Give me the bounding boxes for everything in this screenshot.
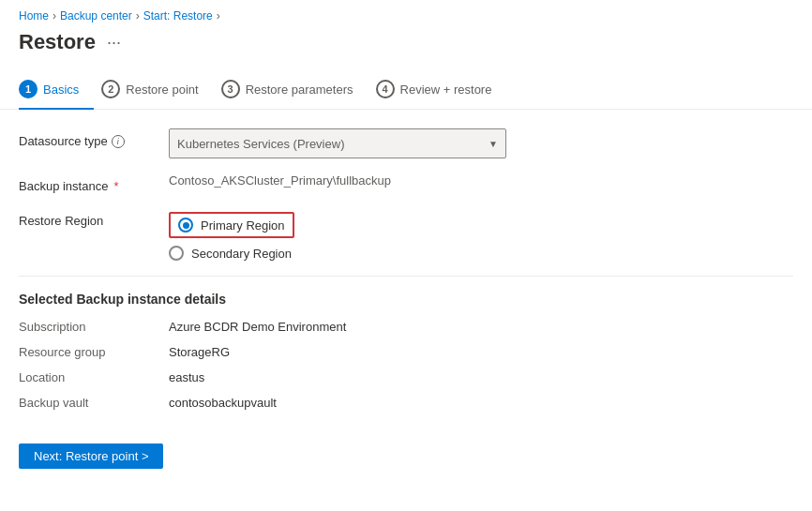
tab-restore-parameters-label: Restore parameters [246,83,353,97]
detail-location-value: eastus [169,370,204,384]
detail-resource-group-value: StorageRG [169,345,230,359]
tab-restore-point[interactable]: 2 Restore point [101,70,213,110]
secondary-region-radio[interactable] [169,246,184,261]
page-title: Restore [19,30,96,54]
datasource-row: Datasource type i Kubernetes Services (P… [19,128,793,158]
restore-region-field: Primary Region Secondary Region [169,208,793,261]
detail-subscription-label: Subscription [19,320,169,334]
step-circle-4: 4 [376,80,395,98]
breadcrumb-start-restore[interactable]: Start: Restore [143,9,213,23]
breadcrumb-sep-3: › [217,9,220,23]
datasource-field: Kubernetes Services (Preview) ▼ [169,128,793,158]
detail-backup-vault-value: contosobackupvault [169,396,277,410]
page-header: Restore ··· [0,26,812,69]
backup-instance-label: Backup instance * [19,173,169,193]
breadcrumb: Home › Backup center › Start: Restore › [0,0,812,26]
backup-instance-value: Contoso_AKSCluster_Primary\fullbackup [169,168,391,188]
divider [19,276,793,277]
select-arrow-icon: ▼ [489,139,498,149]
details-section-title: Selected Backup instance details [19,292,793,307]
step-circle-2: 2 [101,80,120,98]
tab-restore-point-label: Restore point [126,83,198,97]
form-body: Datasource type i Kubernetes Services (P… [0,128,812,428]
tab-basics-label: Basics [43,83,79,97]
detail-resource-group-label: Resource group [19,345,169,359]
breadcrumb-backup-center[interactable]: Backup center [60,9,132,23]
restore-region-radio-group: Primary Region Secondary Region [169,208,793,261]
breadcrumb-sep-2: › [136,9,140,23]
backup-instance-required: * [113,179,118,193]
details-grid: Subscription Azure BCDR Demo Environment… [19,320,793,410]
wizard-tabs: 1 Basics 2 Restore point 3 Restore param… [0,69,812,110]
backup-instance-row: Backup instance * Contoso_AKSCluster_Pri… [19,173,793,193]
tab-review-restore[interactable]: 4 Review + restore [376,70,507,110]
detail-backup-vault: Backup vault contosobackupvault [19,396,793,410]
step-circle-1: 1 [19,80,38,98]
datasource-select-value: Kubernetes Services (Preview) [177,137,344,151]
restore-region-label: Restore Region [19,208,169,228]
ellipsis-button[interactable]: ··· [103,34,125,51]
detail-resource-group: Resource group StorageRG [19,345,793,359]
tab-basics[interactable]: 1 Basics [19,70,94,110]
datasource-label: Datasource type i [19,128,169,148]
radio-option-primary[interactable]: Primary Region [169,212,793,238]
primary-region-wrapper[interactable]: Primary Region [169,212,294,238]
primary-region-radio[interactable] [178,218,193,233]
primary-region-label: Primary Region [201,218,285,233]
step-circle-3: 3 [221,80,240,98]
backup-instance-field: Contoso_AKSCluster_Primary\fullbackup [169,173,793,188]
detail-location-label: Location [19,370,169,384]
datasource-info-icon[interactable]: i [112,135,125,148]
tab-review-restore-label: Review + restore [400,83,492,97]
footer: Next: Restore point > [0,428,812,469]
detail-subscription-value: Azure BCDR Demo Environment [169,320,346,334]
detail-location: Location eastus [19,370,793,384]
datasource-select[interactable]: Kubernetes Services (Preview) ▼ [169,128,506,158]
tab-restore-parameters[interactable]: 3 Restore parameters [221,70,368,110]
breadcrumb-home[interactable]: Home [19,9,49,23]
restore-region-row: Restore Region Primary Region Secondary … [19,208,793,261]
breadcrumb-sep-1: › [53,9,56,23]
detail-backup-vault-label: Backup vault [19,396,169,410]
detail-subscription: Subscription Azure BCDR Demo Environment [19,320,793,334]
secondary-region-label: Secondary Region [191,247,292,261]
radio-option-secondary[interactable]: Secondary Region [169,246,793,261]
next-button[interactable]: Next: Restore point > [19,443,163,469]
